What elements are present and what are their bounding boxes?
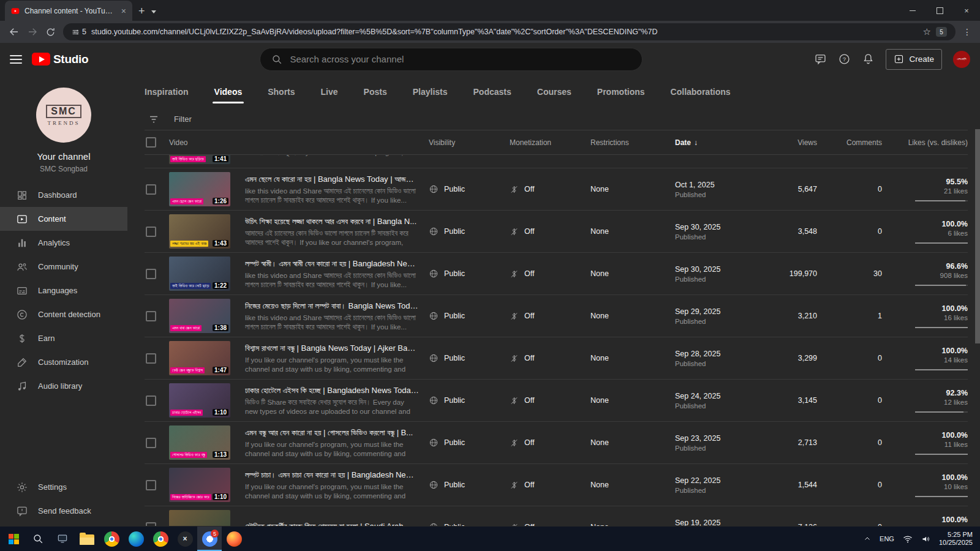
monetization-cell[interactable]: Off [510, 481, 590, 490]
video-thumbnail[interactable]: এমন বাবা জেন কারো 1:38 [169, 299, 230, 333]
video-title[interactable]: এমন ছেলে যে কারো না হয় | Bangla News To… [245, 174, 419, 184]
back-icon[interactable] [9, 26, 20, 37]
sidebar-item-content-detection[interactable]: Content detection [0, 302, 127, 326]
hamburger-menu-icon[interactable] [10, 55, 22, 64]
restrictions-cell[interactable]: None [590, 312, 675, 320]
sidebar-item-dashboard[interactable]: Dashboard [0, 183, 127, 207]
tab-promotions[interactable]: Promotions [584, 75, 658, 108]
create-button[interactable]: Create [886, 49, 942, 70]
table-row[interactable]: লজ্জা শরমের ভয় এই কাজ 1:43 উচিৎ শিক্ষা … [145, 211, 968, 253]
search-input[interactable] [290, 54, 631, 64]
tab-shorts[interactable]: Shorts [255, 75, 307, 108]
monetization-cell[interactable]: Off [510, 396, 590, 405]
account-avatar[interactable]: এসএমসি [953, 51, 970, 68]
table-row[interactable]: নিজের ভাতিজিকে জোর করে 1:10 লম্পট চাচা। … [145, 464, 968, 506]
table-row[interactable]: ভাই ভিডিও করে নেটে ছাড়ে 1:22 লম্পট স্বা… [145, 253, 968, 295]
active-browser-window[interactable]: 5 [197, 527, 222, 551]
dark-x-app[interactable]: × [173, 527, 197, 551]
sidebar-item-send-feedback[interactable]: Send feedback [0, 499, 127, 523]
monetization-cell[interactable]: Off [510, 354, 590, 363]
browser-app-2[interactable] [148, 527, 173, 551]
video-thumbnail[interactable]: ভাই ভিডিও করে নেটে ছাড়ে 1:22 [169, 257, 230, 291]
wifi-icon[interactable] [903, 535, 913, 543]
browser-menu-icon[interactable]: ⋮ [963, 27, 971, 37]
video-title[interactable]: ঢাকার হোটেলে এইসব কি হচ্ছে | Bangladesh … [245, 385, 419, 395]
browser-app-edge[interactable] [124, 527, 148, 551]
restrictions-cell[interactable]: None [590, 227, 675, 236]
browser-app-1[interactable] [99, 527, 124, 551]
row-checkbox[interactable] [146, 269, 156, 279]
video-thumbnail[interactable]: কেউ জেন বন্ধুকে বিশ্বাস 1:47 [169, 341, 230, 375]
visibility-cell[interactable]: Public [429, 353, 510, 363]
monetization-cell[interactable]: Off [510, 185, 590, 194]
video-meta[interactable]: নিজের মেয়েও ছাড় দিলো না লম্পট বাবা। Ba… [238, 301, 429, 332]
select-all-checkbox[interactable] [146, 137, 156, 148]
header-likes[interactable]: Likes (vs. dislikes) [882, 138, 968, 147]
row-checkbox[interactable] [146, 227, 156, 237]
visibility-cell[interactable]: Public [429, 311, 510, 321]
restrictions-cell[interactable]: None [590, 185, 675, 193]
video-title[interactable]: নিজের মেয়েও ছাড় দিলো না লম্পট বাবা। Ba… [245, 301, 419, 311]
tab-live[interactable]: Live [308, 75, 351, 108]
header-monetization[interactable]: Monetization [510, 138, 590, 147]
window-minimize-button[interactable] [899, 0, 926, 21]
video-title[interactable]: এমন বন্ধু আর যেন কারো না হয় | গোসলের ভি… [245, 427, 419, 438]
header-restrictions[interactable]: Restrictions [590, 138, 675, 147]
visibility-cell[interactable]: Public [429, 184, 510, 194]
tab-courses[interactable]: Courses [524, 75, 584, 108]
video-thumbnail[interactable]: গোসলের ভিডিও করে বন্ধু 1:13 [169, 425, 230, 460]
table-row[interactable]: ভাই ভিডিও করে ছড়িয়ে 1:41 আমাদের এই চ্য… [145, 155, 968, 168]
video-meta[interactable]: ঢাকার হোটেলে এইসব কি হচ্ছে | Bangladesh … [238, 385, 429, 416]
row-checkbox[interactable] [146, 311, 156, 321]
restrictions-cell[interactable]: None [590, 396, 675, 405]
visibility-cell[interactable]: Public [429, 227, 510, 236]
channel-search-bar[interactable] [260, 48, 643, 71]
task-view-button[interactable] [50, 527, 75, 551]
table-row[interactable]: এমন বাবা জেন কারো 1:38 নিজের মেয়েও ছাড়… [145, 295, 968, 337]
new-tab-button[interactable]: + [138, 6, 145, 17]
tab-collaborations[interactable]: Collaborations [658, 75, 744, 108]
table-row[interactable]: ঢাকার হোটেলে এইসব 1:10 ঢাকার হোটেলে এইসব… [145, 380, 968, 422]
tab-close-icon[interactable]: × [121, 6, 126, 16]
url-text[interactable]: studio.youtube.com/channel/UCLj0lvLfZIXZ… [91, 28, 918, 36]
restrictions-cell[interactable]: None [590, 481, 675, 489]
sidebar-item-languages[interactable]: Languages [0, 279, 127, 302]
monetization-cell[interactable]: Off [510, 227, 590, 236]
volume-icon[interactable] [921, 534, 930, 544]
video-meta[interactable]: এমন বন্ধু আর যেন কারো না হয় | গোসলের ভি… [238, 427, 429, 459]
row-checkbox[interactable] [146, 184, 156, 195]
sidebar-item-analytics[interactable]: Analytics [0, 231, 127, 255]
sidebar-item-audio-library[interactable]: Audio library [0, 374, 127, 398]
restrictions-cell[interactable]: None [590, 354, 675, 362]
sidebar-item-customization[interactable]: Customization [0, 350, 127, 374]
channel-avatar[interactable]: SMC TRENDS [36, 88, 91, 143]
row-checkbox[interactable] [146, 353, 156, 364]
omnibox[interactable]: 5 studio.youtube.com/channel/UCLj0lvLfZI… [63, 23, 956, 40]
tab-videos[interactable]: Videos [202, 75, 255, 108]
sidebar-item-content[interactable]: Content [0, 207, 127, 231]
site-settings-chip[interactable]: 5 [72, 28, 86, 36]
browser-app-firefox[interactable] [222, 527, 246, 551]
visibility-cell[interactable]: Public [429, 522, 510, 526]
table-row[interactable]: গোসলের ভিডিও করে বন্ধু 1:13 এমন বন্ধু আর… [145, 422, 968, 464]
video-title[interactable]: উচিৎ শিক্ষা হয়েছে লজ্জা থাকলে আর এসব কর… [245, 216, 419, 227]
studio-brand[interactable]: Studio [32, 53, 88, 66]
file-explorer-button[interactable] [75, 527, 99, 551]
taskbar-search-button[interactable] [26, 527, 50, 551]
video-thumbnail[interactable]: নিজের ভাতিজিকে জোর করে 1:10 [169, 468, 230, 502]
header-video[interactable]: Video [169, 138, 238, 147]
tab-inspiration[interactable]: Inspiration [145, 75, 202, 108]
row-checkbox[interactable] [146, 395, 156, 406]
tray-expand-icon[interactable] [864, 535, 871, 542]
video-meta[interactable]: আমাদের এই চ্যানেলের কোন ভিডিও ভালো লাগলে… [238, 155, 429, 157]
forward-icon[interactable] [27, 26, 38, 37]
visibility-cell[interactable]: Public [429, 438, 510, 448]
video-title[interactable]: লম্পট স্বামী। এমন স্বামী যেন কারো না হয়… [245, 258, 419, 269]
visibility-cell[interactable]: Public [429, 480, 510, 490]
video-title[interactable]: সৌদিতে গৃহকর্মীর কাজে গিয়ে শেষমেষ যা হল… [245, 521, 419, 527]
bookmark-star-icon[interactable]: ☆ [923, 26, 931, 37]
table-row[interactable]: সৌদিতে গৃহকর্মীর কাজে গিয়ে শেষমেষ যা হল… [145, 506, 968, 526]
video-meta[interactable]: লম্পট চাচা। এমন চাচা যেন কারো না হয় | B… [238, 470, 429, 501]
filter-row[interactable]: Filter [145, 108, 968, 130]
tab-podcasts[interactable]: Podcasts [461, 75, 524, 108]
